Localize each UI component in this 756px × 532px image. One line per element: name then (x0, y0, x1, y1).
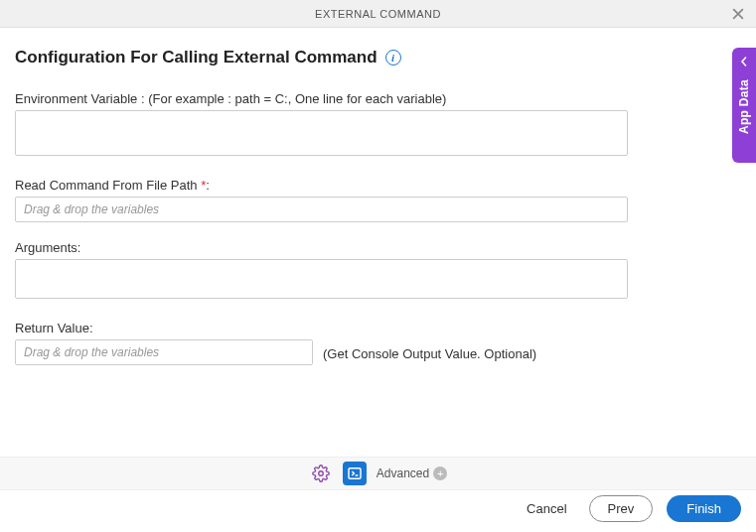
close-icon[interactable] (728, 4, 748, 24)
page-title: Configuration For Calling External Comma… (15, 48, 378, 67)
return-input[interactable] (15, 339, 313, 365)
footer-buttons: Cancel Prev Finish (519, 495, 741, 522)
finish-button[interactable]: Finish (667, 495, 741, 522)
advanced-toggle[interactable]: Advanced + (377, 466, 447, 480)
bottom-toolbar: Advanced + (0, 457, 756, 490)
env-label: Environment Variable : (For example : pa… (15, 91, 741, 106)
field-return-value: Return Value: (Get Console Output Value.… (15, 321, 741, 365)
terminal-icon[interactable] (343, 462, 367, 485)
prev-button[interactable]: Prev (589, 495, 654, 522)
content-area: Configuration For Calling External Comma… (0, 28, 756, 365)
return-row: (Get Console Output Value. Optional) (15, 339, 741, 365)
filepath-label: Read Command From File Path *: (15, 178, 741, 193)
app-data-panel-tab[interactable]: App Data (732, 48, 756, 163)
plus-icon: + (433, 466, 447, 480)
svg-point-0 (319, 471, 324, 476)
filepath-label-text: Read Command From File Path (15, 178, 201, 193)
chevron-left-icon (739, 56, 749, 69)
modal-title: EXTERNAL COMMAND (315, 8, 441, 20)
field-arguments: Arguments: (15, 240, 741, 303)
return-hint: (Get Console Output Value. Optional) (323, 346, 536, 365)
advanced-label: Advanced (377, 466, 429, 480)
title-row: Configuration For Calling External Comma… (15, 48, 741, 67)
app-data-label: App Data (737, 79, 751, 134)
return-label: Return Value: (15, 321, 741, 335)
arguments-textarea[interactable] (15, 259, 628, 299)
arguments-label: Arguments: (15, 240, 741, 255)
info-icon[interactable]: i (385, 50, 401, 66)
filepath-input[interactable] (15, 197, 628, 222)
env-textarea[interactable] (15, 110, 628, 156)
modal-header: EXTERNAL COMMAND (0, 0, 756, 28)
gear-icon[interactable] (309, 462, 333, 485)
filepath-colon: : (206, 178, 210, 193)
field-env-variable: Environment Variable : (For example : pa… (15, 91, 741, 160)
field-filepath: Read Command From File Path *: (15, 178, 741, 222)
cancel-button[interactable]: Cancel (519, 495, 574, 522)
